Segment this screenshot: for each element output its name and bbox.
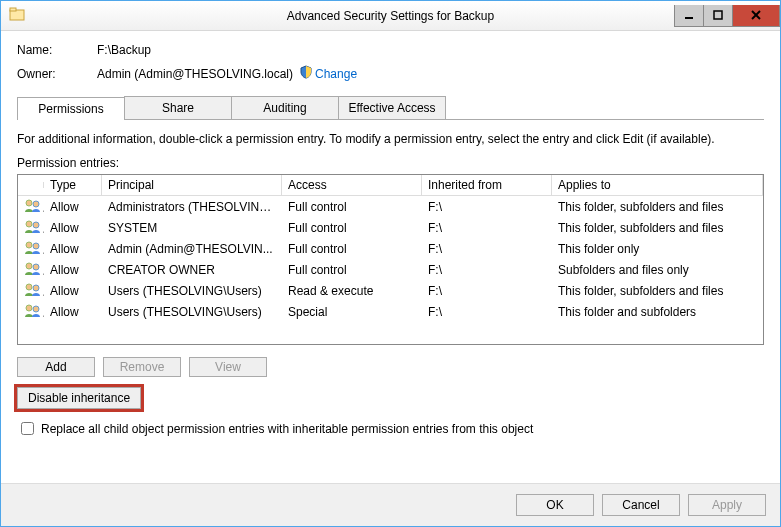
cell-inherited: F:\ xyxy=(422,282,552,300)
folder-icon xyxy=(9,6,25,25)
svg-point-12 xyxy=(26,263,32,269)
tab-auditing[interactable]: Auditing xyxy=(231,96,339,119)
name-label: Name: xyxy=(17,43,97,57)
svg-point-17 xyxy=(33,306,39,312)
entries-label: Permission entries: xyxy=(17,156,764,170)
cell-principal: Users (THESOLVING\Users) xyxy=(102,303,282,321)
cell-type: Allow xyxy=(44,240,102,258)
col-type[interactable]: Type xyxy=(44,175,102,195)
tab-share[interactable]: Share xyxy=(124,96,232,119)
cell-access: Read & execute xyxy=(282,282,422,300)
cell-type: Allow xyxy=(44,198,102,216)
tab-effective-access[interactable]: Effective Access xyxy=(338,96,446,119)
cell-principal: SYSTEM xyxy=(102,219,282,237)
cell-principal: Users (THESOLVING\Users) xyxy=(102,282,282,300)
apply-button: Apply xyxy=(688,494,766,516)
svg-point-11 xyxy=(33,243,39,249)
table-row[interactable]: AllowCREATOR OWNERFull controlF:\Subfold… xyxy=(18,259,763,280)
cell-inherited: F:\ xyxy=(422,240,552,258)
svg-point-10 xyxy=(26,242,32,248)
cell-applies: This folder and subfolders xyxy=(552,303,763,321)
owner-label: Owner: xyxy=(17,67,97,81)
cell-access: Special xyxy=(282,303,422,321)
cell-applies: This folder only xyxy=(552,240,763,258)
window-title: Advanced Security Settings for Backup xyxy=(1,9,780,23)
table-row[interactable]: AllowUsers (THESOLVING\Users)SpecialF:\T… xyxy=(18,301,763,322)
col-principal[interactable]: Principal xyxy=(102,175,282,195)
svg-point-6 xyxy=(26,200,32,206)
table-row[interactable]: AllowUsers (THESOLVING\Users)Read & exec… xyxy=(18,280,763,301)
users-icon xyxy=(18,217,44,238)
svg-point-14 xyxy=(26,284,32,290)
shield-icon xyxy=(299,65,313,82)
svg-rect-3 xyxy=(714,11,722,19)
users-icon xyxy=(18,196,44,217)
cell-inherited: F:\ xyxy=(422,219,552,237)
cell-principal: Admin (Admin@THESOLVIN... xyxy=(102,240,282,258)
replace-children-label: Replace all child object permission entr… xyxy=(41,422,533,436)
table-row[interactable]: AllowAdmin (Admin@THESOLVIN...Full contr… xyxy=(18,238,763,259)
cancel-button[interactable]: Cancel xyxy=(602,494,680,516)
replace-children-checkbox[interactable] xyxy=(21,422,34,435)
permissions-table: Type Principal Access Inherited from App… xyxy=(17,174,764,345)
cell-type: Allow xyxy=(44,261,102,279)
cell-inherited: F:\ xyxy=(422,261,552,279)
col-access[interactable]: Access xyxy=(282,175,422,195)
disable-inheritance-button[interactable]: Disable inheritance xyxy=(17,387,141,409)
cell-principal: CREATOR OWNER xyxy=(102,261,282,279)
svg-point-16 xyxy=(26,305,32,311)
table-row[interactable]: AllowSYSTEMFull controlF:\This folder, s… xyxy=(18,217,763,238)
cell-applies: This folder, subfolders and files xyxy=(552,282,763,300)
cell-type: Allow xyxy=(44,303,102,321)
svg-rect-1 xyxy=(10,8,16,11)
cell-applies: This folder, subfolders and files xyxy=(552,198,763,216)
users-icon xyxy=(18,280,44,301)
ok-button[interactable]: OK xyxy=(516,494,594,516)
titlebar: Advanced Security Settings for Backup xyxy=(1,1,780,31)
cell-access: Full control xyxy=(282,261,422,279)
tabstrip: Permissions Share Auditing Effective Acc… xyxy=(17,96,764,120)
remove-button: Remove xyxy=(103,357,181,377)
cell-inherited: F:\ xyxy=(422,198,552,216)
cell-access: Full control xyxy=(282,240,422,258)
svg-point-9 xyxy=(33,222,39,228)
add-button[interactable]: Add xyxy=(17,357,95,377)
cell-inherited: F:\ xyxy=(422,303,552,321)
cell-type: Allow xyxy=(44,219,102,237)
cell-principal: Administrators (THESOLVING... xyxy=(102,198,282,216)
view-button: View xyxy=(189,357,267,377)
col-inherited[interactable]: Inherited from xyxy=(422,175,552,195)
close-button[interactable] xyxy=(732,5,780,27)
cell-type: Allow xyxy=(44,282,102,300)
svg-point-13 xyxy=(33,264,39,270)
svg-point-15 xyxy=(33,285,39,291)
info-text: For additional information, double-click… xyxy=(17,132,764,146)
name-value: F:\Backup xyxy=(97,43,151,57)
maximize-button[interactable] xyxy=(703,5,733,27)
cell-access: Full control xyxy=(282,198,422,216)
table-header: Type Principal Access Inherited from App… xyxy=(18,175,763,196)
cell-applies: Subfolders and files only xyxy=(552,261,763,279)
dialog-footer: OK Cancel Apply xyxy=(1,483,780,526)
minimize-button[interactable] xyxy=(674,5,704,27)
users-icon xyxy=(18,238,44,259)
svg-point-8 xyxy=(26,221,32,227)
users-icon xyxy=(18,259,44,280)
tab-permissions[interactable]: Permissions xyxy=(17,97,125,120)
cell-access: Full control xyxy=(282,219,422,237)
change-owner-link[interactable]: Change xyxy=(315,67,357,81)
users-icon xyxy=(18,301,44,322)
owner-value: Admin (Admin@THESOLVING.local) xyxy=(97,67,293,81)
col-applies[interactable]: Applies to xyxy=(552,175,763,195)
svg-point-7 xyxy=(33,201,39,207)
table-row[interactable]: AllowAdministrators (THESOLVING...Full c… xyxy=(18,196,763,217)
cell-applies: This folder, subfolders and files xyxy=(552,219,763,237)
